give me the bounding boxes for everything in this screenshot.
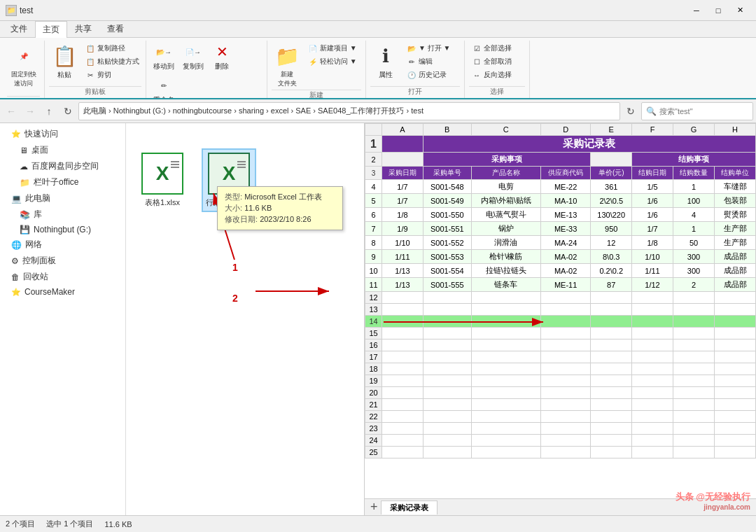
col-header-g[interactable]: G — [673, 124, 715, 136]
rename-button[interactable]: ✏ 重命名 — [150, 76, 177, 99]
window-controls: ─ □ ✕ — [686, 4, 750, 18]
sidebar-item-controlpanel[interactable]: ⚙ 控制面板 — [0, 253, 125, 269]
table-row-22: 22 — [365, 411, 756, 423]
move-to-button[interactable]: 📂→ 移动到 — [150, 42, 177, 73]
minimize-button[interactable]: ─ — [686, 4, 707, 18]
invert-select-button[interactable]: ↔ 反向选择 — [469, 69, 525, 81]
address-refresh-button[interactable]: ↻ — [622, 103, 639, 120]
paste-button[interactable]: 📋 粘贴 — [49, 42, 80, 81]
tab-home[interactable]: 主页 — [35, 21, 67, 38]
drive-icon: 💾 — [20, 225, 30, 234]
col-header-c[interactable]: C — [471, 124, 540, 136]
copy-to-button[interactable]: 📄→ 复制到 — [180, 42, 206, 73]
easy-access-button[interactable]: ⚡ 轻松访问 ▼ — [305, 55, 361, 68]
new-item-button[interactable]: 📄 新建项目 ▼ — [305, 42, 361, 55]
sheet-scroll[interactable]: A B C D E F G H 1 采购记录表 — [365, 123, 756, 498]
sidebar-label-coursemaker: CourseMaker — [24, 287, 75, 297]
status-bar: 2 个项目 选中 1 个项目 11.6 KB — [0, 515, 756, 532]
tooltip-size-label: 大小: — [225, 204, 244, 212]
new-folder-button[interactable]: 📁 新建文件夹 — [272, 42, 302, 90]
deselect-all-button[interactable]: ☐ 全部取消 — [469, 55, 525, 68]
tooltip-size-value: 11.6 KB — [244, 204, 272, 212]
annotation-1: 1 — [232, 262, 238, 273]
col-header-d[interactable]: D — [540, 124, 591, 136]
maximize-button[interactable]: □ — [708, 4, 729, 18]
col-date: 采购日期 — [382, 167, 424, 180]
table-row-10: 10 1/13 S001-554 拉链\拉链头 MA-02 0.2\0.2 1/… — [365, 264, 756, 278]
sidebar: ⭐ 快速访问 🖥 桌面 ☁ 百度网盘同步空间 📁 栏叶子office 💻 此电脑… — [0, 123, 126, 515]
add-sheet-button[interactable]: + — [368, 500, 381, 514]
search-input[interactable] — [659, 107, 756, 115]
col-header-h[interactable]: H — [715, 124, 756, 136]
table-row-11: 11 1/13 S001-555 链条车 ME-11 87 1/12 2 成品部 — [365, 278, 756, 292]
search-box[interactable]: 🔍 — [641, 102, 753, 120]
col-header-a[interactable]: A — [382, 124, 424, 136]
cut-button[interactable]: ✂ 剪切 — [83, 69, 141, 81]
copy-path-button[interactable]: 📋 复制路径 — [83, 42, 141, 55]
row14-arrow — [382, 316, 550, 328]
title-bar-left: 📁 test — [6, 5, 33, 16]
sidebar-item-library[interactable]: 📚 库 — [0, 206, 125, 223]
clipboard-group-label: 剪贴板 — [49, 86, 141, 98]
sidebar-item-desktop[interactable]: 🖥 桌面 — [0, 142, 125, 158]
sidebar-item-coursemaker[interactable]: ⭐ CourseMaker — [0, 285, 125, 299]
pin-button[interactable]: 📌 固定到快速访问 — [8, 42, 39, 90]
table-row-6: 6 1/8 S001-550 电\蒸气熨斗 ME-13 130\220 1/6 … — [365, 208, 756, 222]
tab-file[interactable]: 文件 — [3, 20, 35, 37]
col-header-f[interactable]: F — [632, 124, 673, 136]
col-settle-date: 结购日期 — [632, 167, 673, 180]
ribbon: 📌 固定到快速访问 📋 粘贴 📋 复制路径 📋 粘贴快捷方式 — [0, 38, 756, 99]
sidebar-item-quickaccess[interactable]: ⭐ 快速访问 — [0, 126, 125, 142]
table-row-2: 2 采购事项 结购事项 — [365, 153, 756, 167]
tooltip-type-value: Microsoft Excel 工作表 — [244, 192, 322, 201]
delete-button[interactable]: ✕ 删除 — [209, 42, 234, 73]
search-icon: 🔍 — [646, 106, 657, 116]
open-button[interactable]: 📂 ▼ 打开 ▼ — [404, 42, 460, 55]
col-header-b[interactable]: B — [423, 124, 471, 136]
ribbon-group-open: ℹ 属性 📂 ▼ 打开 ▼ ✏ 编辑 🕐 历史记录 打开 — [366, 41, 465, 98]
new-folder-icon: 📁 — [274, 43, 300, 69]
sidebar-item-lanye[interactable]: 📁 栏叶子office — [0, 174, 125, 190]
tooltip-modified-value: 2023/2/10 8:26 — [260, 215, 311, 223]
tab-view[interactable]: 查看 — [99, 20, 132, 37]
table-row-20: 20 — [365, 387, 756, 399]
sidebar-label-baidu: 百度网盘同步空间 — [31, 160, 99, 172]
col-product: 产品名称 — [471, 167, 540, 180]
sidebar-item-baidu[interactable]: ☁ 百度网盘同步空间 — [0, 158, 125, 174]
sidebar-item-mypc[interactable]: 💻 此电脑 — [0, 190, 125, 206]
file-lines-2 — [237, 160, 246, 169]
sheet-tab-purchase[interactable]: 采购记录表 — [381, 500, 438, 514]
ribbon-group-clipboard: 📋 粘贴 📋 复制路径 📋 粘贴快捷方式 ✂ 剪切 剪贴板 — [45, 41, 146, 98]
col-header-e[interactable]: E — [591, 124, 632, 136]
table-row-12: 12 — [365, 292, 756, 304]
recycle-icon: 🗑 — [11, 272, 20, 282]
lanye-icon: 📁 — [20, 178, 30, 188]
edit-button[interactable]: ✏ 编辑 — [404, 55, 460, 68]
address-bar[interactable]: 此电脑 › Nothingbut (G:) › nothingbutcourse… — [78, 102, 620, 120]
main-area: ⭐ 快速访问 🖥 桌面 ☁ 百度网盘同步空间 📁 栏叶子office 💻 此电脑… — [0, 123, 756, 515]
forward-button[interactable]: → — [22, 103, 38, 120]
tab-share[interactable]: 共享 — [67, 20, 99, 37]
refresh-button[interactable]: ↻ — [59, 103, 76, 120]
sidebar-label-nothingbut: Nothingbut (G:) — [34, 225, 91, 234]
status-size: 11.6 KB — [104, 520, 132, 528]
edit-icon: ✏ — [406, 56, 417, 67]
table-row-24: 24 — [365, 435, 756, 447]
paste-shortcut-icon: 📋 — [85, 56, 96, 67]
paste-shortcut-button[interactable]: 📋 粘贴快捷方式 — [83, 55, 141, 68]
back-button[interactable]: ← — [3, 103, 20, 120]
select-all-button[interactable]: ☑ 全部选择 — [469, 42, 525, 55]
file-item-1[interactable]: X 表格1.xlsx — [137, 148, 188, 212]
up-button[interactable]: ↑ — [41, 103, 57, 120]
sidebar-item-network[interactable]: 🌐 网络 — [0, 237, 125, 253]
table-row-17: 17 — [365, 351, 756, 363]
properties-button[interactable]: ℹ 属性 — [370, 42, 401, 81]
history-button[interactable]: 🕐 历史记录 — [404, 69, 460, 81]
sidebar-item-recycle[interactable]: 🗑 回收站 — [0, 269, 125, 285]
file-lines-1 — [171, 160, 179, 169]
sidebar-item-nothingbut[interactable]: 💾 Nothingbut (G:) — [0, 223, 125, 237]
close-button[interactable]: ✕ — [729, 4, 750, 18]
sidebar-label-desktop: 桌面 — [31, 144, 48, 156]
table-row-7: 7 1/9 S001-551 锅炉 ME-33 950 1/7 1 生产部 — [365, 222, 756, 236]
table-row-25: 25 — [365, 447, 756, 458]
